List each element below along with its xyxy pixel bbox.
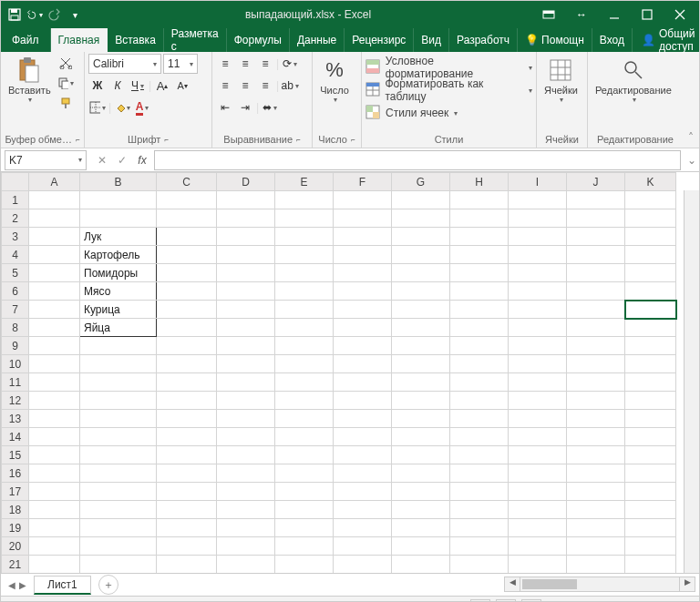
cell[interactable] bbox=[80, 191, 157, 209]
row-header[interactable]: 3 bbox=[2, 228, 29, 246]
cell[interactable] bbox=[450, 319, 509, 337]
cell[interactable] bbox=[567, 556, 625, 574]
col-header[interactable]: A bbox=[29, 173, 80, 191]
cell[interactable] bbox=[509, 282, 567, 301]
cell[interactable] bbox=[625, 319, 676, 337]
cell[interactable] bbox=[567, 537, 625, 556]
cell[interactable] bbox=[217, 483, 275, 501]
bold-button[interactable]: Ж bbox=[88, 77, 107, 95]
cell[interactable] bbox=[450, 392, 509, 410]
cell[interactable] bbox=[509, 209, 567, 228]
row-header[interactable]: 21 bbox=[2, 556, 29, 574]
cells-button[interactable]: Ячейки▾ bbox=[540, 54, 582, 106]
cell[interactable] bbox=[80, 537, 157, 556]
cell[interactable] bbox=[509, 556, 567, 574]
cell[interactable] bbox=[392, 392, 450, 410]
cell[interactable] bbox=[29, 319, 80, 337]
cell[interactable] bbox=[334, 556, 392, 574]
borders-icon[interactable]: ▾ bbox=[88, 98, 107, 117]
row-header[interactable]: 11 bbox=[2, 373, 29, 392]
cell[interactable] bbox=[392, 446, 450, 464]
tab-view[interactable]: Вид bbox=[414, 28, 449, 52]
cell[interactable] bbox=[625, 446, 676, 464]
cell[interactable] bbox=[157, 446, 217, 464]
cell[interactable] bbox=[392, 355, 450, 373]
cell[interactable] bbox=[80, 428, 157, 446]
cell[interactable] bbox=[567, 264, 625, 282]
cell[interactable] bbox=[29, 282, 80, 301]
cell[interactable] bbox=[275, 246, 334, 264]
row-header[interactable]: 14 bbox=[2, 428, 29, 446]
cell[interactable] bbox=[217, 373, 275, 392]
cell[interactable] bbox=[625, 410, 676, 428]
cell[interactable] bbox=[625, 483, 676, 501]
cell[interactable] bbox=[625, 519, 676, 537]
cell[interactable] bbox=[275, 537, 334, 556]
cell[interactable] bbox=[217, 282, 275, 301]
share-button[interactable]: 👤Общий доступ bbox=[633, 28, 700, 52]
tab-data[interactable]: Данные bbox=[290, 28, 345, 52]
cell[interactable] bbox=[334, 282, 392, 301]
cell[interactable] bbox=[567, 446, 625, 464]
view-layout-icon[interactable] bbox=[496, 599, 516, 603]
cell[interactable] bbox=[29, 428, 80, 446]
cell[interactable] bbox=[217, 410, 275, 428]
cell[interactable] bbox=[29, 301, 80, 319]
tab-help[interactable]: 💡Помощн bbox=[518, 28, 592, 52]
cell[interactable] bbox=[450, 410, 509, 428]
cell[interactable] bbox=[392, 301, 450, 319]
row-header[interactable]: 5 bbox=[2, 264, 29, 282]
cell[interactable] bbox=[29, 191, 80, 209]
cell[interactable] bbox=[29, 355, 80, 373]
cell[interactable] bbox=[450, 519, 509, 537]
cell[interactable] bbox=[157, 501, 217, 519]
paste-button[interactable]: Вставить ▾ bbox=[5, 54, 55, 106]
cut-icon[interactable] bbox=[57, 54, 75, 72]
cell[interactable] bbox=[567, 337, 625, 355]
cell[interactable] bbox=[392, 282, 450, 301]
tab-formulas[interactable]: Формулы bbox=[227, 28, 290, 52]
cell[interactable] bbox=[509, 301, 567, 319]
tab-file[interactable]: Файл bbox=[1, 28, 51, 52]
cell[interactable] bbox=[334, 191, 392, 209]
cell[interactable] bbox=[334, 501, 392, 519]
redo-icon[interactable] bbox=[46, 6, 63, 23]
cell[interactable] bbox=[392, 319, 450, 337]
orientation-icon[interactable]: ⟳▾ bbox=[281, 55, 299, 73]
cell[interactable] bbox=[157, 301, 217, 319]
row-header[interactable]: 9 bbox=[2, 337, 29, 355]
cell[interactable] bbox=[625, 246, 676, 264]
cell[interactable] bbox=[450, 282, 509, 301]
cell[interactable] bbox=[509, 537, 567, 556]
cell[interactable] bbox=[450, 483, 509, 501]
cell[interactable] bbox=[567, 246, 625, 264]
cell[interactable] bbox=[392, 209, 450, 228]
cancel-fx-icon[interactable]: ✕ bbox=[92, 154, 112, 167]
cell[interactable] bbox=[217, 246, 275, 264]
add-sheet-button[interactable]: ＋ bbox=[98, 575, 118, 595]
tab-review[interactable]: Рецензирc bbox=[345, 28, 414, 52]
cell[interactable] bbox=[567, 428, 625, 446]
align-bot-icon[interactable]: ≡ bbox=[256, 55, 274, 73]
cell[interactable] bbox=[567, 392, 625, 410]
cell[interactable] bbox=[509, 373, 567, 392]
cell[interactable] bbox=[80, 446, 157, 464]
align-top-icon[interactable]: ≡ bbox=[216, 55, 234, 73]
cell[interactable] bbox=[567, 410, 625, 428]
select-all[interactable] bbox=[2, 173, 29, 191]
cell[interactable] bbox=[392, 191, 450, 209]
cell[interactable] bbox=[217, 301, 275, 319]
confirm-fx-icon[interactable]: ✓ bbox=[112, 154, 132, 167]
scroll-right-icon[interactable]: ▶ bbox=[679, 577, 695, 591]
cell[interactable] bbox=[392, 410, 450, 428]
ribbon-options-icon[interactable] bbox=[533, 2, 564, 27]
cell[interactable] bbox=[29, 392, 80, 410]
row-header[interactable]: 8 bbox=[2, 319, 29, 337]
col-header[interactable]: H bbox=[450, 173, 509, 191]
row-header[interactable]: 13 bbox=[2, 410, 29, 428]
cell[interactable] bbox=[625, 428, 676, 446]
cell[interactable] bbox=[334, 264, 392, 282]
cell[interactable] bbox=[450, 355, 509, 373]
cell[interactable] bbox=[450, 191, 509, 209]
cell[interactable] bbox=[334, 464, 392, 483]
